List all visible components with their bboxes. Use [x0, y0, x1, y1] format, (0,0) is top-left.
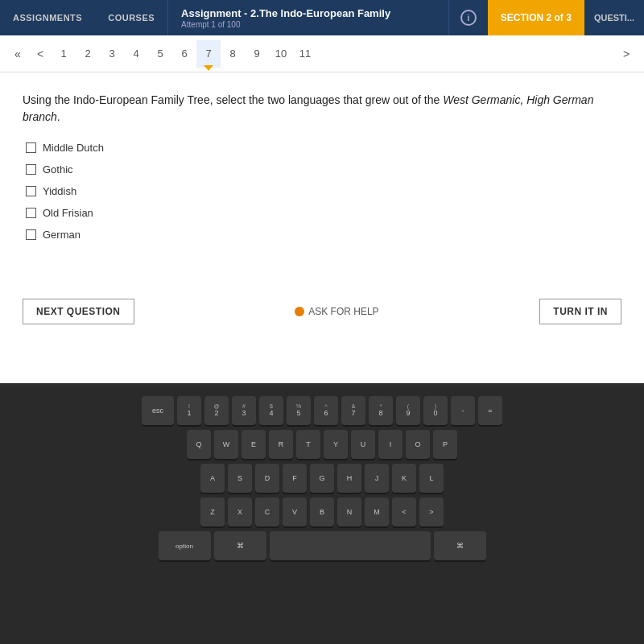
- key-o[interactable]: O: [406, 430, 430, 459]
- keyboard: esc !1 @2 #3 $4 %5 ^6 &7 *8 (9 )0 - = Q …: [0, 386, 644, 644]
- key-p[interactable]: P: [433, 430, 457, 459]
- option-german[interactable]: German: [26, 229, 621, 241]
- key-u[interactable]: U: [351, 430, 375, 459]
- question-num-11[interactable]: 11: [293, 40, 317, 68]
- options-list: Middle Dutch Gothic Yiddish Old Frisian …: [26, 142, 621, 241]
- checkbox-old-frisian[interactable]: [26, 208, 36, 218]
- key-7[interactable]: &7: [341, 396, 365, 425]
- key-1[interactable]: !1: [177, 396, 201, 425]
- key-9[interactable]: (9: [396, 396, 420, 425]
- option-label-middle-dutch: Middle Dutch: [43, 142, 104, 154]
- option-label-yiddish: Yiddish: [43, 185, 76, 197]
- keyboard-row-numbers: esc !1 @2 #3 $4 %5 ^6 &7 *8 (9 )0 - =: [6, 396, 638, 425]
- option-label-gothic: Gothic: [43, 163, 73, 175]
- key-esc[interactable]: esc: [142, 396, 174, 425]
- question-text: Using the Indo-European Family Tree, sel…: [23, 92, 621, 126]
- section-label: SECTION 2 of 3: [488, 0, 584, 35]
- assignment-info: Assignment - 2.The Indo-European Family …: [167, 0, 449, 35]
- question-num-3[interactable]: 3: [100, 40, 124, 68]
- key-f[interactable]: F: [283, 464, 307, 493]
- option-old-frisian[interactable]: Old Frisian: [26, 207, 621, 219]
- key-2[interactable]: @2: [204, 396, 229, 425]
- key-g[interactable]: G: [310, 464, 334, 493]
- ask-dot-icon: [295, 307, 304, 316]
- next-question-button[interactable]: NEXT QUESTION: [23, 299, 134, 324]
- question-nav: « < 1 2 3 4 5 6 7 8 9 10 11 >: [0, 35, 644, 72]
- key-x[interactable]: X: [228, 497, 252, 526]
- key-k[interactable]: K: [392, 464, 416, 493]
- key-8[interactable]: *8: [369, 396, 393, 425]
- attempt-label: Attempt 1 of 100: [181, 20, 436, 29]
- key-period[interactable]: >: [419, 497, 444, 526]
- key-v[interactable]: V: [283, 497, 307, 526]
- top-nav: ASSIGNMENTS COURSES Assignment - 2.The I…: [0, 0, 644, 35]
- next-page-button[interactable]: >: [617, 44, 636, 64]
- key-e[interactable]: E: [242, 430, 266, 459]
- key-option-left[interactable]: option: [159, 531, 211, 560]
- key-b[interactable]: B: [310, 497, 334, 526]
- question-num-7[interactable]: 7: [196, 40, 221, 68]
- checkbox-yiddish[interactable]: [26, 186, 36, 196]
- ask-for-help-button[interactable]: ASK FOR HELP: [295, 306, 378, 317]
- keyboard-row-qwerty: Q W E R T Y U I O P: [6, 430, 638, 459]
- question-num-4[interactable]: 4: [124, 40, 148, 68]
- key-0[interactable]: )0: [423, 396, 448, 425]
- key-a[interactable]: A: [200, 464, 225, 493]
- key-t[interactable]: T: [296, 430, 320, 459]
- key-z[interactable]: Z: [200, 497, 225, 526]
- question-num-9[interactable]: 9: [245, 40, 269, 68]
- key-comma[interactable]: <: [392, 497, 416, 526]
- question-num-1[interactable]: 1: [52, 40, 76, 68]
- prev-page-button[interactable]: <: [31, 44, 50, 64]
- key-r[interactable]: R: [269, 430, 293, 459]
- key-l[interactable]: L: [419, 464, 444, 493]
- courses-nav[interactable]: COURSES: [95, 0, 167, 35]
- key-w[interactable]: W: [214, 430, 238, 459]
- key-equal[interactable]: =: [478, 396, 502, 425]
- key-minus[interactable]: -: [451, 396, 475, 425]
- checkbox-german[interactable]: [26, 229, 36, 240]
- ask-for-help-label: ASK FOR HELP: [308, 306, 378, 317]
- option-middle-dutch[interactable]: Middle Dutch: [26, 142, 621, 154]
- question-num-10[interactable]: 10: [269, 40, 293, 68]
- question-numbers: 1 2 3 4 5 6 7 8 9 10 11: [52, 40, 615, 68]
- key-h[interactable]: H: [337, 464, 361, 493]
- key-y[interactable]: Y: [324, 430, 348, 459]
- questions-label: QUESTI...: [584, 0, 644, 35]
- key-5[interactable]: %5: [287, 396, 311, 425]
- key-n[interactable]: N: [337, 497, 361, 526]
- checkbox-gothic[interactable]: [26, 164, 36, 175]
- question-num-5[interactable]: 5: [148, 40, 172, 68]
- key-q[interactable]: Q: [187, 430, 211, 459]
- bottom-bar: NEXT QUESTION ASK FOR HELP TURN IT IN: [0, 286, 644, 337]
- keyboard-row-bottom: option ⌘ ⌘: [6, 531, 638, 560]
- key-6[interactable]: ^6: [314, 396, 338, 425]
- key-s[interactable]: S: [228, 464, 252, 493]
- option-gothic[interactable]: Gothic: [26, 163, 621, 175]
- first-page-button[interactable]: «: [8, 44, 27, 64]
- question-num-2[interactable]: 2: [76, 40, 100, 68]
- key-i[interactable]: I: [378, 430, 402, 459]
- keyboard-row-asdf: A S D F G H J K L: [6, 464, 638, 493]
- question-num-6[interactable]: 6: [172, 40, 196, 68]
- key-command-left[interactable]: ⌘: [214, 531, 266, 560]
- laptop-screen: ASSIGNMENTS COURSES Assignment - 2.The I…: [0, 0, 644, 386]
- option-yiddish[interactable]: Yiddish: [26, 185, 621, 197]
- checkbox-middle-dutch[interactable]: [26, 142, 36, 153]
- option-label-old-frisian: Old Frisian: [43, 207, 93, 219]
- turn-it-in-button[interactable]: TURN IT IN: [539, 299, 621, 324]
- key-d[interactable]: D: [255, 464, 279, 493]
- info-icon: i: [460, 10, 477, 26]
- main-content: Using the Indo-European Family Tree, sel…: [0, 72, 644, 270]
- assignments-nav[interactable]: ASSIGNMENTS: [0, 0, 95, 35]
- keyboard-row-zxcv: Z X C V B N M < >: [6, 497, 638, 526]
- key-c[interactable]: C: [255, 497, 279, 526]
- info-button[interactable]: i: [449, 0, 488, 35]
- key-m[interactable]: M: [365, 497, 389, 526]
- key-command-right[interactable]: ⌘: [434, 531, 486, 560]
- key-3[interactable]: #3: [232, 396, 256, 425]
- key-space[interactable]: [270, 531, 431, 560]
- key-j[interactable]: J: [365, 464, 389, 493]
- key-4[interactable]: $4: [259, 396, 283, 425]
- question-num-8[interactable]: 8: [221, 40, 245, 68]
